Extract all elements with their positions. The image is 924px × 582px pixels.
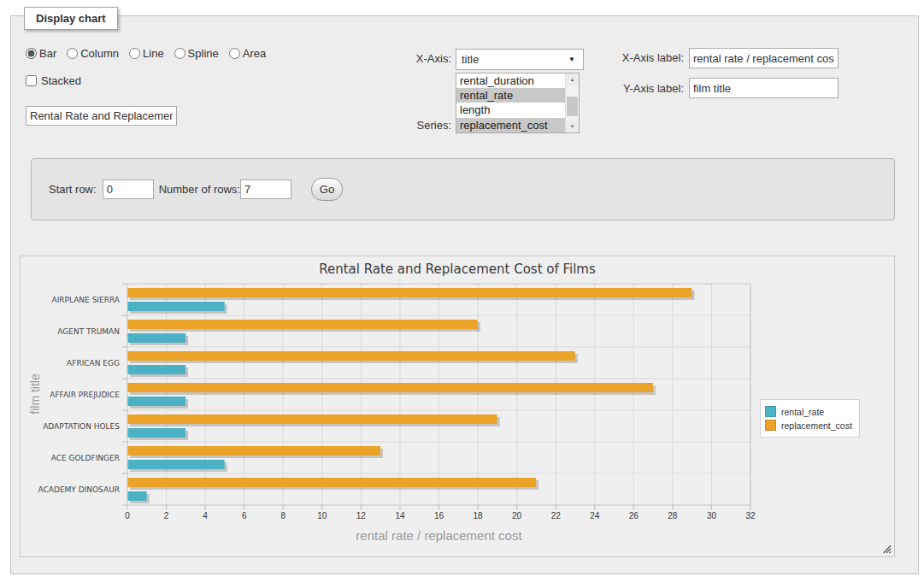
- chart-bar-rental_rate: [127, 460, 225, 469]
- stacked-label: Stacked: [41, 74, 81, 87]
- x-tick-label: 28: [668, 511, 678, 520]
- chart-container: 02468101214161820222426283032AIRPLANE SI…: [20, 256, 895, 557]
- series-options: rental_durationrental_ratelengthreplacem…: [456, 73, 565, 132]
- legend-label: replacement_cost: [781, 420, 852, 431]
- legend-label: rental_rate: [781, 407, 824, 417]
- resize-handle-icon[interactable]: [882, 544, 892, 554]
- chart-bar-rental_rate: [127, 365, 185, 374]
- y-axis-label-input[interactable]: [689, 78, 839, 98]
- dropdown-arrow-icon: ▼: [568, 50, 575, 69]
- x-tick-label: 14: [395, 511, 405, 520]
- scrollbar-thumb[interactable]: [567, 97, 578, 116]
- series-option-rental_rate[interactable]: rental_rate: [456, 88, 565, 103]
- x-axis-select[interactable]: title ▼: [456, 49, 584, 70]
- chart-title: Rental Rate and Replacement Cost of Film…: [21, 262, 894, 277]
- x-tick-label: 20: [512, 511, 522, 520]
- x-tick-label: 24: [590, 511, 600, 520]
- radio-line[interactable]: [129, 48, 140, 59]
- chart-type-radio-group: BarColumnLineSplineArea: [26, 47, 273, 60]
- start-row-label: Start row:: [49, 183, 97, 196]
- y-category-label: AFFAIR PREJUDICE: [50, 391, 120, 399]
- x-tick-label: 26: [629, 511, 639, 520]
- chart-bar-rental_rate: [127, 491, 147, 501]
- num-rows-label: Number of rows:: [159, 183, 240, 196]
- series-label: Series:: [368, 119, 451, 132]
- x-axis-label-label: X-Axis label:: [597, 51, 684, 64]
- x-tick-label: 16: [434, 511, 444, 520]
- x-tick-label: 30: [707, 511, 717, 520]
- x-tick-label: 6: [242, 511, 247, 520]
- series-option-replacement_cost[interactable]: replacement_cost: [456, 118, 565, 132]
- x-tick-label: 32: [745, 511, 756, 520]
- radio-label: Column: [80, 47, 119, 60]
- x-tick-label: 2: [164, 511, 169, 520]
- scroll-up-icon[interactable]: ▲: [566, 73, 579, 85]
- series-option-length[interactable]: length: [456, 103, 565, 117]
- chart-x-axis-title: rental rate / replacement cost: [127, 528, 750, 543]
- chart-bar-replacement_cost: [127, 383, 653, 392]
- chart-type-option-bar[interactable]: Bar: [26, 47, 56, 60]
- series-scrollbar[interactable]: ▲ ▼: [565, 73, 579, 132]
- legend-item-replacement_cost: replacement_cost: [765, 420, 852, 431]
- x-axis-label: X-Axis:: [368, 52, 451, 65]
- chart-bar-rental_rate: [127, 302, 225, 311]
- chart-bar-replacement_cost: [127, 320, 478, 329]
- start-row-input[interactable]: [103, 179, 154, 199]
- y-category-label: AGENT TRUMAN: [57, 327, 120, 336]
- y-axis-label-label: Y-Axis label:: [597, 82, 684, 95]
- page: Display chart BarColumnLineSplineArea St…: [0, 0, 924, 582]
- y-category-label: ADAPTATION HOLES: [43, 422, 120, 431]
- stacked-checkbox-row[interactable]: Stacked: [26, 74, 81, 87]
- chart-bar-replacement_cost: [127, 288, 692, 297]
- radio-column[interactable]: [67, 48, 78, 59]
- chart-bar-replacement_cost: [127, 446, 380, 456]
- chart-bar-replacement_cost: [127, 478, 536, 487]
- rows-form: Start row: Number of rows: Go: [31, 158, 895, 220]
- y-category-label: ACE GOLDFINGER: [51, 454, 120, 462]
- chart-type-option-spline[interactable]: Spline: [174, 47, 219, 60]
- x-tick-label: 12: [356, 511, 367, 520]
- x-tick-label: 8: [280, 511, 285, 520]
- chart-type-option-line[interactable]: Line: [129, 47, 164, 60]
- legend-item-rental_rate: rental_rate: [765, 406, 852, 417]
- chart-type-option-area[interactable]: Area: [229, 47, 266, 60]
- chart-bar-rental_rate: [127, 428, 185, 438]
- x-tick-label: 18: [474, 511, 484, 520]
- y-category-label: AFRICAN EGG: [67, 359, 120, 367]
- x-axis-selected-value: title: [462, 53, 479, 66]
- series-multiselect[interactable]: rental_durationrental_ratelengthreplacem…: [456, 73, 580, 133]
- chart-bar-rental_rate: [127, 397, 185, 406]
- go-button[interactable]: Go: [311, 178, 343, 201]
- radio-label: Spline: [188, 47, 219, 60]
- chart-title-input[interactable]: [26, 106, 177, 126]
- x-tick-label: 10: [317, 511, 327, 520]
- radio-label: Bar: [39, 47, 56, 60]
- chart-bar-replacement_cost: [127, 414, 497, 424]
- x-axis-label-input[interactable]: [689, 48, 839, 68]
- x-tick-label: 22: [551, 511, 562, 520]
- radio-label: Area: [243, 47, 266, 60]
- y-category-label: ACADEMY DINOSAUR: [38, 485, 120, 494]
- radio-area[interactable]: [229, 48, 240, 59]
- chart-y-axis-title: film title: [28, 373, 42, 414]
- y-category-label: AIRPLANE SIERRA: [51, 296, 120, 304]
- radio-spline[interactable]: [174, 48, 185, 59]
- num-rows-input[interactable]: [240, 179, 291, 199]
- stacked-checkbox[interactable]: [26, 75, 37, 86]
- chart-bar-replacement_cost: [127, 351, 575, 361]
- series-option-rental_duration[interactable]: rental_duration: [456, 73, 565, 88]
- radio-label: Line: [143, 47, 164, 60]
- legend-swatch: [765, 406, 776, 417]
- scroll-down-icon[interactable]: ▼: [566, 121, 579, 132]
- panel-legend: Display chart: [24, 7, 118, 30]
- x-tick-label: 4: [203, 511, 208, 520]
- chart-type-option-column[interactable]: Column: [67, 47, 119, 60]
- chart-bar-rental_rate: [127, 333, 185, 343]
- x-tick-label: 0: [125, 511, 130, 520]
- chart-legend: rental_ratereplacement_cost: [760, 399, 860, 438]
- radio-bar[interactable]: [26, 48, 37, 59]
- legend-swatch: [765, 420, 776, 431]
